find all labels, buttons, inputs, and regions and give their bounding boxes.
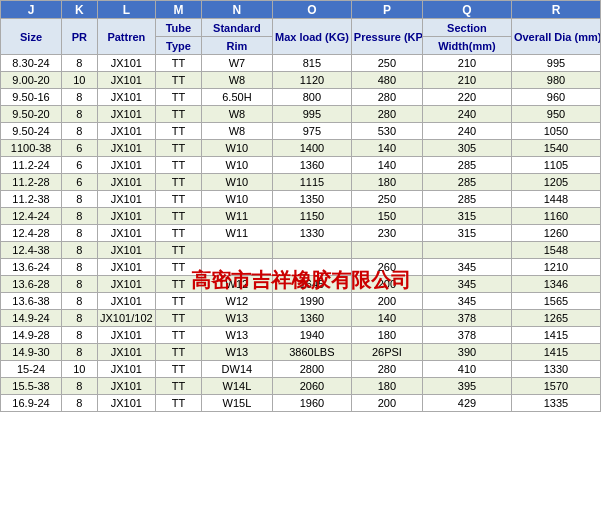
rim-subheader: Rim bbox=[201, 37, 272, 55]
table-cell: 8 bbox=[62, 293, 98, 310]
table-cell: 1360 bbox=[272, 310, 351, 327]
table-cell: 280 bbox=[351, 106, 422, 123]
table-cell: 1360 bbox=[272, 157, 351, 174]
table-cell: 8 bbox=[62, 89, 98, 106]
table-cell: 1105 bbox=[511, 157, 600, 174]
table-cell: JX101 bbox=[97, 174, 155, 191]
table-cell: 9.50-16 bbox=[1, 89, 62, 106]
table-cell: 8 bbox=[62, 191, 98, 208]
table-cell: 250 bbox=[351, 191, 422, 208]
table-cell: 260 bbox=[351, 259, 422, 276]
col-p-letter: P bbox=[351, 1, 422, 19]
table-cell bbox=[422, 242, 511, 259]
column-letters-row: J K L M N O P Q R bbox=[1, 1, 601, 19]
table-cell: 200 bbox=[351, 293, 422, 310]
table-cell: 10 bbox=[62, 361, 98, 378]
table-row: 9.50-208JX101TTW8995280240950 bbox=[1, 106, 601, 123]
col-m-letter: M bbox=[156, 1, 202, 19]
table-cell: 6 bbox=[62, 174, 98, 191]
table-cell: 1565 bbox=[511, 293, 600, 310]
table-cell: 10 bbox=[62, 72, 98, 89]
table-cell: 210 bbox=[422, 72, 511, 89]
width-subheader: Width(mm) bbox=[422, 37, 511, 55]
table-cell: 1115 bbox=[272, 174, 351, 191]
table-cell: W10 bbox=[201, 140, 272, 157]
table-cell: JX101 bbox=[97, 140, 155, 157]
table-cell: JX101 bbox=[97, 361, 155, 378]
table-cell: 280 bbox=[351, 361, 422, 378]
table-cell: 13.6-24 bbox=[1, 259, 62, 276]
table-cell: 8 bbox=[62, 327, 98, 344]
table-cell: 16.9-24 bbox=[1, 395, 62, 412]
table-cell: 429 bbox=[422, 395, 511, 412]
table-cell: TT bbox=[156, 140, 202, 157]
table-cell: 1100-38 bbox=[1, 140, 62, 157]
table-cell: 180 bbox=[351, 378, 422, 395]
table-cell: TT bbox=[156, 361, 202, 378]
table-cell: W10 bbox=[201, 157, 272, 174]
table-cell: 8 bbox=[62, 378, 98, 395]
table-cell: 6.50H bbox=[201, 89, 272, 106]
table-cell: W8 bbox=[201, 123, 272, 140]
table-cell: JX101 bbox=[97, 378, 155, 395]
table-cell: TT bbox=[156, 208, 202, 225]
table-cell: 13.6-38 bbox=[1, 293, 62, 310]
table-cell: 1346 bbox=[511, 276, 600, 293]
pattren-header: Pattren bbox=[97, 19, 155, 55]
table-cell: TT bbox=[156, 191, 202, 208]
table-cell bbox=[201, 242, 272, 259]
table-row: 15.5-388JX101TTW14L20601803951570 bbox=[1, 378, 601, 395]
table-cell: 8 bbox=[62, 123, 98, 140]
table-cell: 980 bbox=[511, 72, 600, 89]
table-cell: 12.4-24 bbox=[1, 208, 62, 225]
table-cell: 1260 bbox=[511, 225, 600, 242]
table-cell: W8 bbox=[201, 106, 272, 123]
table-cell: 8 bbox=[62, 106, 98, 123]
table-cell: JX101 bbox=[97, 276, 155, 293]
table-cell: 1548 bbox=[511, 242, 600, 259]
data-table: J K L M N O P Q R Size PR Pattren Tube S… bbox=[0, 0, 601, 412]
table-cell: JX101 bbox=[97, 259, 155, 276]
table-cell: W11 bbox=[201, 225, 272, 242]
table-cell: TT bbox=[156, 293, 202, 310]
table-row: 12.4-388JX101TT1548 bbox=[1, 242, 601, 259]
table-cell: 140 bbox=[351, 140, 422, 157]
table-cell: 8 bbox=[62, 225, 98, 242]
table-cell: JX101 bbox=[97, 208, 155, 225]
table-cell: 8 bbox=[62, 55, 98, 72]
table-cell: 8 bbox=[62, 310, 98, 327]
table-cell: 1400 bbox=[272, 140, 351, 157]
table-cell: 1645 bbox=[272, 276, 351, 293]
table-cell: 285 bbox=[422, 174, 511, 191]
table-row: 13.6-248JX101TT2603451210 bbox=[1, 259, 601, 276]
table-cell: 14.9-24 bbox=[1, 310, 62, 327]
table-cell: 1448 bbox=[511, 191, 600, 208]
table-cell: W14L bbox=[201, 378, 272, 395]
table-cell: 1160 bbox=[511, 208, 600, 225]
table-cell: W13 bbox=[201, 310, 272, 327]
table-cell: 315 bbox=[422, 225, 511, 242]
table-cell: 6 bbox=[62, 140, 98, 157]
table-cell: 1415 bbox=[511, 344, 600, 361]
table-cell: 345 bbox=[422, 293, 511, 310]
table-row: 12.4-248JX101TTW1111501503151160 bbox=[1, 208, 601, 225]
table-cell: JX101 bbox=[97, 293, 155, 310]
table-cell: 8 bbox=[62, 208, 98, 225]
table-row: 11.2-286JX101TTW1011151802851205 bbox=[1, 174, 601, 191]
table-cell: 960 bbox=[511, 89, 600, 106]
table-cell: W11 bbox=[201, 208, 272, 225]
table-cell: 815 bbox=[272, 55, 351, 72]
table-cell bbox=[272, 259, 351, 276]
table-cell: 8 bbox=[62, 259, 98, 276]
maxload-header: Max load (KG) bbox=[272, 19, 351, 55]
table-cell: 315 bbox=[422, 208, 511, 225]
table-cell bbox=[351, 242, 422, 259]
table-cell: 26PSI bbox=[351, 344, 422, 361]
table-cell: 378 bbox=[422, 310, 511, 327]
table-cell: 1150 bbox=[272, 208, 351, 225]
table-cell: 180 bbox=[351, 327, 422, 344]
col-o-letter: O bbox=[272, 1, 351, 19]
table-cell: 1265 bbox=[511, 310, 600, 327]
table-row: 15-2410JX101TTDW1428002804101330 bbox=[1, 361, 601, 378]
table-cell: 995 bbox=[272, 106, 351, 123]
